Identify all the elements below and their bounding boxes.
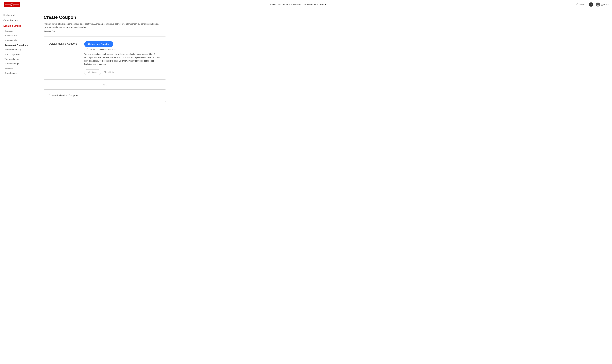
location-selector[interactable]: West Coast Tire Pros & Service - LOS ANG… <box>270 3 326 6</box>
sidebar-item-store-details[interactable]: Store Details <box>0 38 37 43</box>
sidebar-item-tire-installation[interactable]: Tire Installation <box>0 57 37 61</box>
tire-pros-logo: TIRE PROS <box>3 2 20 7</box>
card-inner: Upload Multiple Coupons Upload data from… <box>49 41 161 75</box>
user-chevron-icon: ▾ <box>608 3 609 6</box>
card-right: Upload data from file .xml, .csv, .tsv s… <box>84 41 161 75</box>
svg-line-7 <box>578 5 578 5</box>
svg-text:TIRE: TIRE <box>11 3 14 4</box>
or-divider: OR <box>44 83 166 86</box>
upload-description: You can upload any .xml, .csv, .tsv file… <box>84 52 161 66</box>
upload-hint: .xml, .csv, .tsv spreadsheets accepted. <box>84 48 161 50</box>
clear-data-button[interactable]: Clear Data <box>104 71 114 73</box>
sidebar-item-services[interactable]: Services <box>0 66 37 71</box>
location-label: West Coast Tire Pros & Service - LOS ANG… <box>270 3 324 6</box>
help-button[interactable]: ? <box>589 2 593 7</box>
individual-coupon-card[interactable]: Create Individual Coupon <box>44 90 166 102</box>
sidebar-item-location-details[interactable]: Location Details <box>0 23 37 29</box>
sidebar-item-hours-scheduling[interactable]: Hours/Scheduling <box>0 47 37 52</box>
search-icon <box>576 3 579 6</box>
avatar <box>596 2 600 7</box>
page-description: Proin eu lorem et nisi posuere congue eg… <box>44 22 166 29</box>
svg-point-6 <box>576 3 578 5</box>
help-icon: ? <box>590 3 592 6</box>
individual-coupon-label: Create Individual Coupon <box>49 94 161 97</box>
header-actions: Search ? gyana ▾ <box>576 2 609 7</box>
chevron-down-icon: ▾ <box>325 3 326 6</box>
page-title: Create Coupon <box>44 15 166 20</box>
user-menu-button[interactable]: gyana ▾ <box>596 2 609 7</box>
layout: Dashboard Order Reports Location Details… <box>0 9 612 364</box>
sidebar-item-store-images[interactable]: Store Images <box>0 71 37 75</box>
person-icon <box>597 3 599 6</box>
logo-container: TIRE PROS <box>3 2 20 7</box>
sidebar-item-store-offerings[interactable]: Store Offerings <box>0 61 37 66</box>
card-actions: Continue Clear Data <box>84 69 161 75</box>
search-label: Search <box>579 3 586 6</box>
sidebar-item-brand-organizer[interactable]: Brand Organizer <box>0 52 37 57</box>
user-name: gyana <box>601 3 607 6</box>
sidebar-item-order-reports[interactable]: Order Reports <box>0 18 37 23</box>
search-button[interactable]: Search <box>576 3 586 6</box>
upload-label: Upload Multiple Coupons <box>49 41 77 45</box>
sidebar-item-coupons-promotions[interactable]: Coupons & Promotions <box>0 43 37 47</box>
sidebar-item-business-info[interactable]: Business Info <box>0 33 37 38</box>
header: TIRE PROS West Coast Tire Pros & Service… <box>0 0 612 9</box>
sidebar-item-overview[interactable]: Overview <box>0 29 37 33</box>
main-content: Create Coupon Proin eu lorem et nisi pos… <box>37 9 173 364</box>
continue-button[interactable]: Continue <box>84 69 101 75</box>
sidebar-item-dashboard[interactable]: Dashboard <box>0 13 37 18</box>
upload-data-button[interactable]: Upload data from file <box>84 41 113 47</box>
svg-text:PROS: PROS <box>10 4 14 6</box>
required-note: *required field <box>44 30 166 32</box>
sidebar: Dashboard Order Reports Location Details… <box>0 9 37 364</box>
upload-coupons-card: Upload Multiple Coupons Upload data from… <box>44 37 166 79</box>
